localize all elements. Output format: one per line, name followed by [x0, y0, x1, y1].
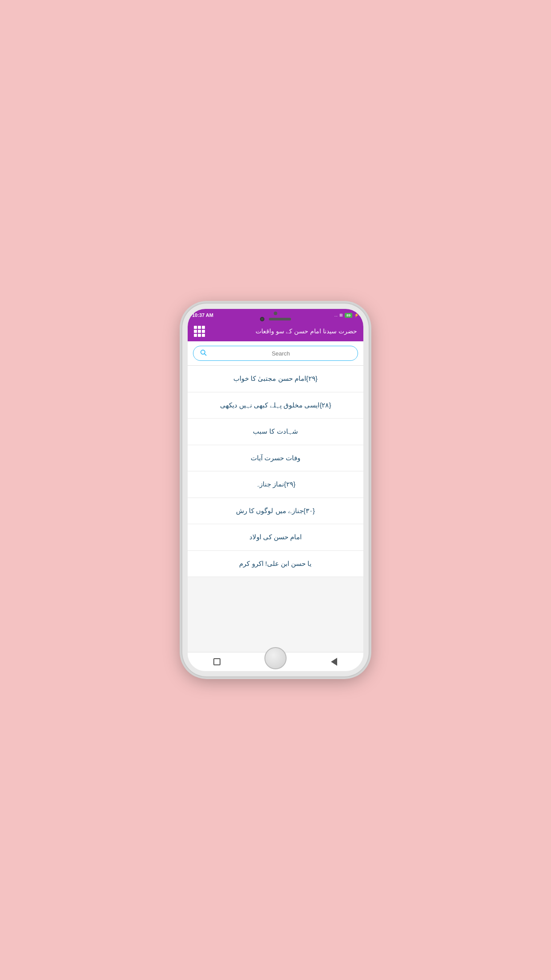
status-time: 10:37 AM [192, 312, 213, 318]
list-item-text: یا حسن ابن علی! اکرو کرم [239, 560, 311, 567]
list-item[interactable]: وفات حسرت آیات [188, 445, 363, 472]
grid-dot-1 [194, 326, 197, 329]
grid-dot-6 [202, 330, 205, 333]
search-container [188, 341, 363, 366]
grid-dot-3 [202, 326, 205, 329]
screen: 10:37 AM ... ⊠ 89 ⚡ حضرت سیدنا امام ح [188, 309, 363, 671]
back-button[interactable] [329, 657, 339, 667]
app-header: حضرت سیدنا امام حسن کے سو واقعات [188, 321, 363, 341]
list-item-text: {۳۰}جنازے میں لوگوں کا رش [236, 507, 315, 514]
list-item[interactable]: {۳۰}جنازے میں لوگوں کا رش [188, 498, 363, 525]
list-item-text: {۲۸}ایسی مخلوق پہلے کبھی نہیں دیکھی [220, 401, 331, 409]
list-item-text: {۲۹}امام حسن مجتبیٰ کا خواب [233, 375, 318, 382]
phone-camera-row [260, 317, 291, 321]
phone-home-button[interactable] [264, 647, 287, 669]
phone-top-area [260, 312, 291, 321]
search-box[interactable] [193, 346, 358, 361]
list-item-text: امام حسن کی اولاد [249, 533, 302, 541]
grid-dot-2 [198, 326, 201, 329]
grid-dot-8 [198, 334, 201, 337]
list-item-text: وفات حسرت آیات [251, 454, 300, 462]
grid-dot-7 [194, 334, 197, 337]
phone-frame: 10:37 AM ... ⊠ 89 ⚡ حضرت سیدنا امام ح [182, 304, 369, 676]
charging-icon: ⚡ [354, 313, 359, 317]
battery-indicator: ⊠ [339, 313, 343, 317]
app-title: حضرت سیدنا امام حسن کے سو واقعات [210, 327, 357, 335]
grid-dot-5 [198, 330, 201, 333]
back-icon [331, 658, 337, 666]
grid-dot-9 [202, 334, 205, 337]
list-item[interactable]: {۲۹}امام حسن مجتبیٰ کا خواب [188, 366, 363, 392]
list-item[interactable]: یا حسن ابن علی! اکرو کرم [188, 551, 363, 577]
list-item[interactable]: شہادت کا سبب [188, 419, 363, 445]
phone-top-dot [274, 312, 277, 315]
recent-apps-button[interactable] [212, 657, 222, 667]
phone-speaker [269, 318, 291, 320]
recent-apps-icon [213, 658, 220, 665]
list-item[interactable]: {۲۸}ایسی مخلوق پہلے کبھی نہیں دیکھی [188, 392, 363, 419]
list-item[interactable]: امام حسن کی اولاد [188, 524, 363, 551]
status-icons: ... ⊠ 89 ⚡ [335, 313, 359, 318]
search-input[interactable] [210, 350, 351, 357]
content-area: {۲۹}امام حسن مجتبیٰ کا خواب {۲۸}ایسی مخل… [188, 341, 363, 652]
svg-line-1 [205, 354, 206, 356]
status-dots: ... [335, 313, 338, 317]
menu-grid-icon[interactable] [194, 326, 205, 337]
list-item[interactable]: {۲۹}نماز جنازہ [188, 471, 363, 498]
battery-percentage: 89 [345, 313, 352, 318]
list-item-text: شہادت کا سبب [253, 427, 298, 435]
list-item-text: {۲۹}نماز جنازہ [256, 480, 295, 488]
grid-dot-4 [194, 330, 197, 333]
search-icon [200, 349, 207, 358]
front-camera [260, 317, 264, 321]
